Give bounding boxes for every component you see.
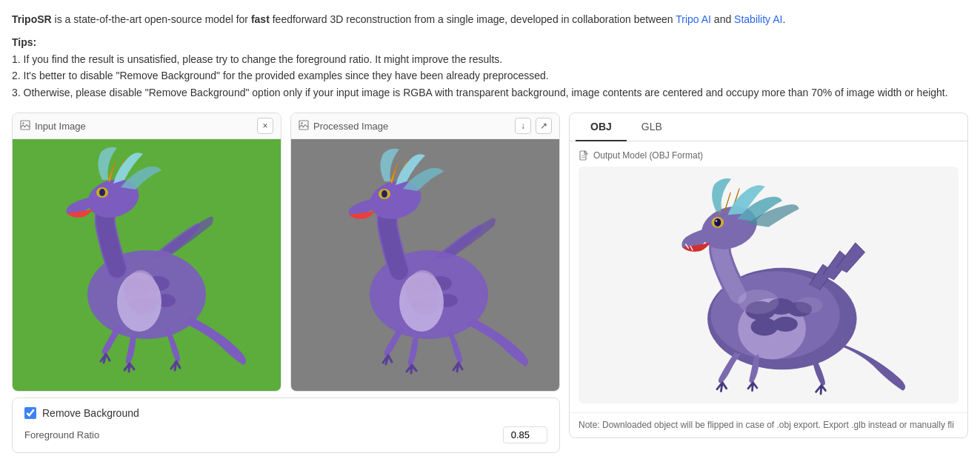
output-tabs: OBJ GLB [570, 113, 967, 141]
fg-ratio-row: Foreground Ratio [24, 426, 547, 443]
input-panel-header: Input Image × [13, 113, 281, 139]
output-model-label: Output Model (OBJ Format) [579, 150, 959, 161]
3d-model-view [579, 167, 959, 403]
controls-panel: Remove Background Foreground Ratio [12, 398, 560, 453]
tab-glb[interactable]: GLB [627, 113, 677, 141]
svg-rect-12 [299, 121, 308, 130]
stability-ai-link[interactable]: Stability AI [734, 13, 782, 25]
intro-text4: . [782, 13, 785, 25]
svg-point-11 [99, 189, 105, 196]
tips-section: Tips: 1. If you find the result is unsat… [12, 36, 968, 101]
tips-title: Tips: [12, 36, 968, 48]
input-dragon-image [13, 139, 281, 391]
app-name: TripoSR [12, 13, 52, 25]
file-icon [579, 150, 589, 161]
tip-1: 1. If you find the result is unsatisfied… [12, 51, 968, 67]
tab-content-obj: Output Model (OBJ Format) [570, 141, 967, 412]
download-button[interactable]: ↓ [515, 118, 531, 134]
svg-point-23 [381, 190, 387, 198]
svg-rect-0 [21, 121, 30, 130]
input-image-panel: Input Image × [12, 113, 281, 392]
tripo-ai-link[interactable]: Tripo AI [676, 13, 711, 25]
remove-bg-label[interactable]: Remove Background [42, 407, 139, 419]
model-3d-dragon [579, 170, 959, 400]
svg-point-33 [751, 318, 779, 336]
processed-image-panel: Processed Image ↓ ↗ [290, 113, 560, 392]
intro-text1: is a state-of-the-art open-source model … [52, 13, 251, 25]
fast-word: fast [251, 13, 270, 25]
processed-image-icon [299, 120, 309, 133]
tip-2: 2. It's better to disable "Remove Backgr… [12, 67, 968, 84]
processed-panel-label: Processed Image [313, 121, 388, 132]
svg-point-13 [301, 122, 302, 124]
svg-point-39 [738, 290, 779, 315]
intro-text3: and [711, 13, 734, 25]
processed-panel-header: Processed Image ↓ ↗ [291, 113, 559, 139]
intro-text2: feedforward 3D reconstruction from a sin… [270, 13, 676, 25]
svg-point-34 [773, 317, 798, 332]
input-panel-close-button[interactable]: × [257, 118, 273, 134]
fg-ratio-input[interactable] [503, 426, 547, 443]
left-column: Input Image × [12, 113, 560, 453]
svg-point-40 [796, 298, 823, 314]
tip-3: 3. Otherwise, please disable "Remove Bac… [12, 84, 968, 101]
remove-bg-row: Remove Background [24, 407, 547, 419]
svg-point-37 [714, 218, 721, 227]
svg-point-38 [716, 221, 718, 223]
tab-obj[interactable]: OBJ [576, 113, 627, 141]
main-layout: Input Image × [12, 113, 968, 453]
svg-point-8 [124, 270, 157, 312]
fg-ratio-label: Foreground Ratio [24, 429, 99, 440]
image-panels-row: Input Image × [12, 113, 560, 392]
input-image-icon [20, 120, 30, 133]
share-button[interactable]: ↗ [536, 118, 552, 134]
output-format-label: Output Model (OBJ Format) [593, 150, 703, 161]
processed-panel-title-area: Processed Image [299, 120, 388, 133]
intro-section: TripoSR is a state-of-the-art open-sourc… [12, 12, 968, 27]
remove-bg-checkbox[interactable] [24, 407, 36, 419]
svg-point-20 [407, 270, 439, 312]
svg-point-1 [22, 122, 24, 124]
processed-dragon-image [291, 139, 559, 391]
processed-image-container [291, 139, 559, 391]
input-panel-title-area: Input Image [20, 120, 86, 133]
input-panel-label: Input Image [35, 121, 86, 132]
input-image-container [13, 139, 281, 391]
processed-panel-actions: ↓ ↗ [515, 118, 552, 134]
output-note: Note: Downloaded object will be flipped … [570, 412, 967, 437]
output-panel: OBJ GLB Output Model (OBJ Format) [569, 113, 968, 438]
